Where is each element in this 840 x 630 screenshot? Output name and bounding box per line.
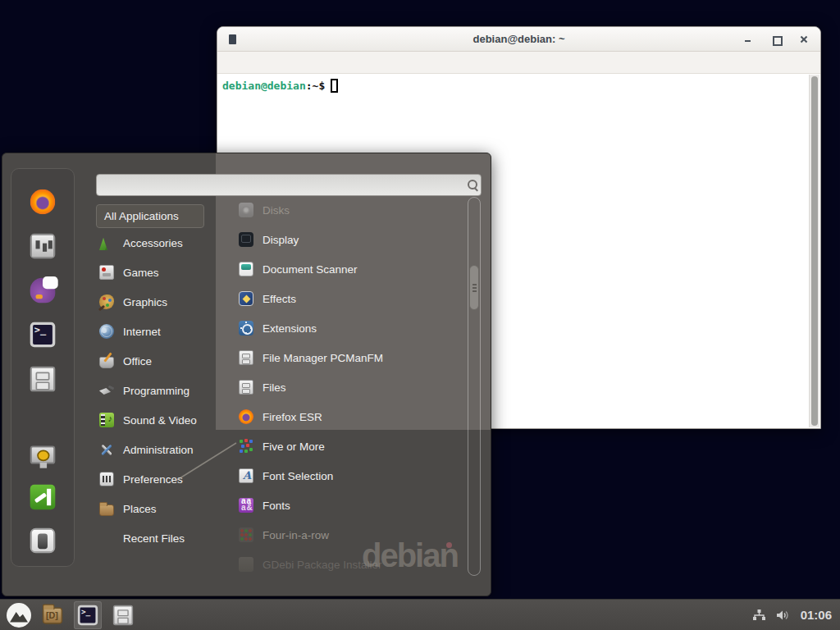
- favorite-control-center[interactable]: [29, 232, 57, 260]
- games-icon: [99, 265, 114, 280]
- administration-icon: [99, 442, 114, 457]
- category-item-graphics[interactable]: Graphics: [94, 287, 227, 317]
- app-item-four-in-a-row[interactable]: Four-in-a-row: [234, 520, 468, 550]
- app-item-fonts[interactable]: Fonts: [234, 491, 468, 520]
- five-or-more-icon: [239, 439, 253, 454]
- favorites-group: [29, 188, 57, 393]
- favorite-firefox[interactable]: [29, 188, 57, 216]
- file-cabinet-icon: [113, 605, 133, 624]
- app-list-scrollbar[interactable]: [468, 197, 481, 576]
- maximize-button[interactable]: [771, 34, 781, 44]
- app-item-extensions[interactable]: Extensions: [234, 313, 468, 343]
- close-button[interactable]: [799, 34, 809, 44]
- graphics-icon: [99, 294, 114, 309]
- taskbar-item-terminal[interactable]: [74, 601, 102, 629]
- app-item-display[interactable]: Display: [234, 225, 468, 254]
- document-scanner-icon: [239, 262, 253, 276]
- places-icon: [99, 504, 114, 516]
- category-item-accessories[interactable]: Accessories: [94, 228, 227, 258]
- effects-icon: [239, 291, 253, 306]
- volume-icon[interactable]: [776, 609, 791, 622]
- app-item-firefox-esr[interactable]: Firefox ESR: [234, 402, 468, 431]
- taskbar-launchers: [31, 601, 137, 629]
- terminal-scrollbar-thumb[interactable]: [811, 76, 818, 426]
- shell-prompt: debian@debian:~$: [222, 79, 338, 93]
- terminal-menu-terminal[interactable]: [293, 60, 306, 65]
- terminal-menu-search[interactable]: [276, 60, 290, 65]
- app-item-files[interactable]: Files: [234, 372, 468, 402]
- category-item-places[interactable]: Places: [94, 494, 227, 523]
- category-item-recent-files[interactable]: Recent Files: [94, 523, 227, 553]
- app-list-scrollbar-thumb[interactable]: [469, 265, 479, 310]
- session-group: [29, 440, 57, 555]
- sound-video-icon: [99, 413, 114, 427]
- app-item-effects[interactable]: Effects: [234, 284, 468, 313]
- programming-icon: [99, 383, 114, 398]
- session-action-shutdown[interactable]: [29, 527, 57, 555]
- app-item-document-scanner[interactable]: Document Scanner: [234, 254, 468, 284]
- clock: 01:06: [801, 608, 832, 622]
- network-icon[interactable]: [752, 609, 766, 622]
- terminal-menu-edit[interactable]: [244, 60, 257, 65]
- firefox-icon: [30, 189, 56, 215]
- fonts-icon: [239, 498, 253, 513]
- favorite-pidgin[interactable]: [29, 276, 57, 304]
- terminal-app-icon: [78, 605, 98, 624]
- category-item-sound-video[interactable]: Sound & Video: [94, 405, 227, 435]
- terminal-window-icon: [229, 34, 236, 44]
- category-all-applications-label: All Applications: [104, 210, 179, 222]
- application-list: Disks Display Document Scanner Effects E…: [234, 195, 468, 579]
- category-item-programming[interactable]: Programming: [94, 376, 227, 405]
- gdebi-icon: [239, 557, 253, 572]
- accessories-icon: [99, 235, 114, 250]
- app-item-five-or-more[interactable]: Five or More: [234, 431, 468, 461]
- taskbar-tray: 01:06: [752, 608, 840, 622]
- menu-button[interactable]: [7, 603, 31, 628]
- category-item-internet[interactable]: Internet: [94, 317, 227, 346]
- category-item-preferences[interactable]: Preferences: [94, 464, 227, 494]
- session-action-lock-screen[interactable]: [29, 440, 57, 468]
- extensions-icon: [239, 321, 253, 336]
- terminal-window-title: debian@debian: ~: [217, 33, 820, 45]
- category-item-games[interactable]: Games: [94, 258, 227, 287]
- office-icon: [99, 357, 114, 368]
- category-all-applications[interactable]: All Applications: [96, 204, 204, 228]
- pidgin-icon: [30, 278, 56, 304]
- app-item-file-manager-pcmanfm[interactable]: File Manager PCManFM: [234, 343, 468, 372]
- favorite-file-manager[interactable]: [29, 365, 57, 393]
- category-list: Accessories Games Graphics Internet Offi…: [94, 228, 227, 553]
- shutdown-icon: [30, 528, 56, 554]
- terminal-menu-file[interactable]: [227, 60, 240, 65]
- disks-icon: [239, 203, 253, 217]
- desktop: { "terminal": { "title": "debian@debian:…: [0, 0, 840, 630]
- favorite-terminal[interactable]: [29, 321, 57, 349]
- terminal-titlebar[interactable]: debian@debian: ~: [217, 27, 820, 52]
- internet-icon: [99, 324, 114, 339]
- session-action-log-out[interactable]: [29, 483, 57, 511]
- terminal-cursor: [331, 79, 338, 93]
- app-item-font-selection[interactable]: Font Selection: [234, 461, 468, 491]
- app-item-disks[interactable]: Disks: [234, 195, 468, 225]
- terminal-scrollbar[interactable]: [809, 75, 819, 427]
- taskbar-item-file-manager[interactable]: [39, 601, 66, 629]
- font-selection-icon: [239, 468, 253, 483]
- four-in-a-row-icon: [239, 527, 253, 542]
- terminal-menu-help[interactable]: [309, 60, 322, 65]
- category-item-office[interactable]: Office: [94, 346, 227, 376]
- terminal-menu-view[interactable]: [260, 60, 273, 65]
- category-item-administration[interactable]: Administration: [94, 435, 227, 464]
- tb-folder-icon: [43, 607, 62, 623]
- lock-screen-icon: [30, 445, 56, 463]
- taskbar: 01:06: [0, 599, 840, 630]
- taskbar-item-files[interactable]: [109, 601, 137, 629]
- file-cabinet-icon: [30, 367, 56, 392]
- terminal-app-icon: [30, 322, 56, 348]
- log-out-icon: [30, 485, 56, 510]
- firefox-icon: [239, 409, 253, 424]
- minimize-button[interactable]: [743, 34, 753, 44]
- preferences-icon: [99, 472, 114, 486]
- search-input[interactable]: [96, 174, 482, 196]
- prompt-suffix: :~$: [306, 80, 325, 92]
- app-item-gdebi-package-installer[interactable]: GDebi Package Installer: [234, 550, 468, 579]
- mixer-icon: [30, 234, 56, 259]
